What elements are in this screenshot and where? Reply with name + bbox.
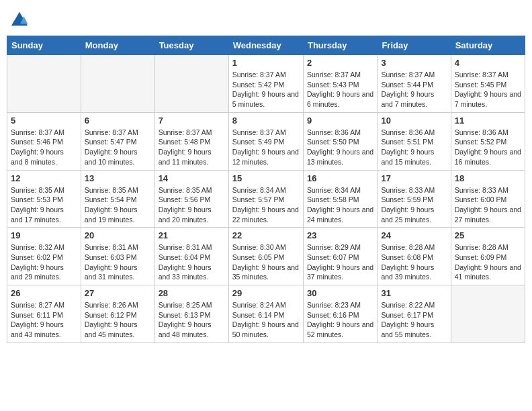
- day-header-sunday: Sunday: [7, 36, 81, 55]
- cell-info: Sunrise: 8:35 AMSunset: 5:53 PMDaylight:…: [11, 185, 77, 225]
- cell-date-number: 2: [307, 58, 373, 68]
- cell-info: Sunrise: 8:34 AMSunset: 5:57 PMDaylight:…: [232, 185, 300, 225]
- week-row-4: 19Sunrise: 8:32 AMSunset: 6:02 PMDayligh…: [7, 228, 525, 285]
- cell-date-number: 1: [232, 58, 300, 68]
- cell-info: Sunrise: 8:33 AMSunset: 6:00 PMDaylight:…: [455, 185, 521, 225]
- page-header: [7, 7, 525, 29]
- calendar-cell: 20Sunrise: 8:31 AMSunset: 6:03 PMDayligh…: [81, 228, 154, 285]
- cell-date-number: 10: [381, 116, 447, 126]
- cell-info: Sunrise: 8:31 AMSunset: 6:04 PMDaylight:…: [159, 242, 225, 282]
- cell-info: Sunrise: 8:37 AMSunset: 5:45 PMDaylight:…: [455, 70, 521, 109]
- calendar-cell: 9Sunrise: 8:36 AMSunset: 5:50 PMDaylight…: [303, 112, 377, 170]
- cell-date-number: 7: [159, 116, 225, 126]
- cell-info: Sunrise: 8:37 AMSunset: 5:44 PMDaylight:…: [381, 70, 447, 109]
- cell-date-number: 12: [11, 173, 77, 183]
- calendar-cell: 3Sunrise: 8:37 AMSunset: 5:44 PMDaylight…: [378, 55, 451, 113]
- day-header-saturday: Saturday: [451, 36, 525, 55]
- cell-info: Sunrise: 8:37 AMSunset: 5:47 PMDaylight:…: [85, 128, 151, 167]
- cell-date-number: 31: [381, 288, 447, 298]
- cell-info: Sunrise: 8:36 AMSunset: 5:50 PMDaylight:…: [307, 128, 373, 167]
- cell-info: Sunrise: 8:28 AMSunset: 6:08 PMDaylight:…: [381, 242, 447, 282]
- cell-date-number: 24: [381, 230, 447, 240]
- cell-info: Sunrise: 8:31 AMSunset: 6:03 PMDaylight:…: [85, 242, 151, 282]
- calendar-cell: 8Sunrise: 8:37 AMSunset: 5:49 PMDaylight…: [228, 112, 303, 170]
- cell-info: Sunrise: 8:37 AMSunset: 5:49 PMDaylight:…: [232, 128, 300, 167]
- calendar-cell: 23Sunrise: 8:29 AMSunset: 6:07 PMDayligh…: [303, 228, 377, 285]
- cell-info: Sunrise: 8:29 AMSunset: 6:07 PMDaylight:…: [307, 242, 373, 282]
- calendar-cell: 12Sunrise: 8:35 AMSunset: 5:53 PMDayligh…: [7, 170, 81, 228]
- cell-info: Sunrise: 8:26 AMSunset: 6:12 PMDaylight:…: [85, 300, 151, 340]
- calendar-cell: [451, 285, 525, 343]
- cell-info: Sunrise: 8:37 AMSunset: 5:42 PMDaylight:…: [232, 70, 300, 109]
- calendar-cell: 25Sunrise: 8:28 AMSunset: 6:09 PMDayligh…: [451, 228, 525, 285]
- calendar-cell: 2Sunrise: 8:37 AMSunset: 5:43 PMDaylight…: [303, 55, 377, 113]
- cell-info: Sunrise: 8:22 AMSunset: 6:17 PMDaylight:…: [381, 300, 447, 340]
- calendar-cell: 13Sunrise: 8:35 AMSunset: 5:54 PMDayligh…: [81, 170, 154, 228]
- cell-date-number: 22: [232, 230, 300, 240]
- cell-date-number: 26: [11, 288, 77, 298]
- calendar-cell: 17Sunrise: 8:33 AMSunset: 5:59 PMDayligh…: [378, 170, 451, 228]
- cell-date-number: 20: [85, 230, 151, 240]
- day-header-friday: Friday: [378, 36, 451, 55]
- cell-date-number: 16: [307, 173, 373, 183]
- cell-date-number: 19: [11, 230, 77, 240]
- cell-info: Sunrise: 8:25 AMSunset: 6:13 PMDaylight:…: [159, 300, 225, 340]
- cell-date-number: 14: [159, 173, 225, 183]
- cell-info: Sunrise: 8:35 AMSunset: 5:56 PMDaylight:…: [159, 185, 225, 225]
- calendar-cell: 14Sunrise: 8:35 AMSunset: 5:56 PMDayligh…: [154, 170, 228, 228]
- cell-date-number: 4: [455, 58, 521, 68]
- calendar-cell: 24Sunrise: 8:28 AMSunset: 6:08 PMDayligh…: [378, 228, 451, 285]
- cell-date-number: 15: [232, 173, 300, 183]
- calendar-cell: 18Sunrise: 8:33 AMSunset: 6:00 PMDayligh…: [451, 170, 525, 228]
- cell-info: Sunrise: 8:24 AMSunset: 6:14 PMDaylight:…: [232, 300, 300, 340]
- calendar-cell: 19Sunrise: 8:32 AMSunset: 6:02 PMDayligh…: [7, 228, 81, 285]
- cell-date-number: 9: [307, 116, 373, 126]
- cell-info: Sunrise: 8:34 AMSunset: 5:58 PMDaylight:…: [307, 185, 373, 225]
- cell-date-number: 6: [85, 116, 151, 126]
- cell-date-number: 3: [381, 58, 447, 68]
- cell-info: Sunrise: 8:30 AMSunset: 6:05 PMDaylight:…: [232, 242, 300, 282]
- day-header-tuesday: Tuesday: [154, 36, 228, 55]
- cell-info: Sunrise: 8:33 AMSunset: 5:59 PMDaylight:…: [381, 185, 447, 225]
- cell-date-number: 5: [11, 116, 77, 126]
- calendar-cell: 29Sunrise: 8:24 AMSunset: 6:14 PMDayligh…: [228, 285, 303, 343]
- cell-date-number: 30: [307, 288, 373, 298]
- cell-date-number: 21: [159, 230, 225, 240]
- cell-info: Sunrise: 8:35 AMSunset: 5:54 PMDaylight:…: [85, 185, 151, 225]
- cell-info: Sunrise: 8:37 AMSunset: 5:48 PMDaylight:…: [159, 128, 225, 167]
- calendar-cell: 1Sunrise: 8:37 AMSunset: 5:42 PMDaylight…: [228, 55, 303, 113]
- calendar-table: SundayMondayTuesdayWednesdayThursdayFrid…: [7, 36, 525, 343]
- cell-date-number: 27: [85, 288, 151, 298]
- calendar-cell: [81, 55, 154, 113]
- cell-info: Sunrise: 8:36 AMSunset: 5:51 PMDaylight:…: [381, 128, 447, 167]
- calendar-cell: 10Sunrise: 8:36 AMSunset: 5:51 PMDayligh…: [378, 112, 451, 170]
- logo: [10, 10, 32, 29]
- calendar-cell: 22Sunrise: 8:30 AMSunset: 6:05 PMDayligh…: [228, 228, 303, 285]
- cell-info: Sunrise: 8:36 AMSunset: 5:52 PMDaylight:…: [455, 128, 521, 167]
- cell-info: Sunrise: 8:28 AMSunset: 6:09 PMDaylight:…: [455, 242, 521, 282]
- calendar-cell: 6Sunrise: 8:37 AMSunset: 5:47 PMDaylight…: [81, 112, 154, 170]
- cell-info: Sunrise: 8:27 AMSunset: 6:11 PMDaylight:…: [11, 300, 77, 340]
- week-row-2: 5Sunrise: 8:37 AMSunset: 5:46 PMDaylight…: [7, 112, 525, 170]
- week-row-5: 26Sunrise: 8:27 AMSunset: 6:11 PMDayligh…: [7, 285, 525, 343]
- calendar-cell: 26Sunrise: 8:27 AMSunset: 6:11 PMDayligh…: [7, 285, 81, 343]
- day-header-thursday: Thursday: [303, 36, 377, 55]
- cell-info: Sunrise: 8:37 AMSunset: 5:43 PMDaylight:…: [307, 70, 373, 109]
- calendar-cell: 27Sunrise: 8:26 AMSunset: 6:12 PMDayligh…: [81, 285, 154, 343]
- calendar-cell: 15Sunrise: 8:34 AMSunset: 5:57 PMDayligh…: [228, 170, 303, 228]
- cell-date-number: 13: [85, 173, 151, 183]
- cell-date-number: 8: [232, 116, 300, 126]
- cell-info: Sunrise: 8:23 AMSunset: 6:16 PMDaylight:…: [307, 300, 373, 340]
- cell-date-number: 29: [232, 288, 300, 298]
- calendar-cell: 11Sunrise: 8:36 AMSunset: 5:52 PMDayligh…: [451, 112, 525, 170]
- cell-info: Sunrise: 8:32 AMSunset: 6:02 PMDaylight:…: [11, 242, 77, 282]
- cell-date-number: 11: [455, 116, 521, 126]
- day-header-monday: Monday: [81, 36, 154, 55]
- calendar-cell: 16Sunrise: 8:34 AMSunset: 5:58 PMDayligh…: [303, 170, 377, 228]
- week-row-3: 12Sunrise: 8:35 AMSunset: 5:53 PMDayligh…: [7, 170, 525, 228]
- calendar-cell: 31Sunrise: 8:22 AMSunset: 6:17 PMDayligh…: [378, 285, 451, 343]
- cell-date-number: 17: [381, 173, 447, 183]
- cell-date-number: 23: [307, 230, 373, 240]
- calendar-cell: 7Sunrise: 8:37 AMSunset: 5:48 PMDaylight…: [154, 112, 228, 170]
- cell-date-number: 25: [455, 230, 521, 240]
